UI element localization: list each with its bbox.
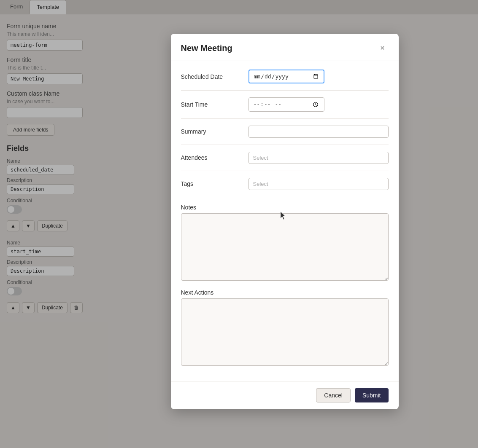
modal-close-button[interactable]: × [377, 42, 389, 54]
new-meeting-modal: New Meeting × Scheduled Date Start Time … [171, 34, 399, 409]
cancel-button[interactable]: Cancel [316, 388, 351, 402]
form-row-attendees: Attendees Select [181, 152, 389, 171]
submit-button[interactable]: Submit [355, 388, 389, 402]
modal-body: Scheduled Date Start Time Summary Attend… [171, 61, 399, 381]
notes-section: Notes [181, 204, 389, 282]
attendees-label: Attendees [181, 154, 248, 161]
scheduled-date-label: Scheduled Date [181, 73, 248, 80]
tags-select[interactable]: Select [248, 178, 389, 190]
attendees-select[interactable]: Select [248, 152, 389, 164]
next-actions-textarea[interactable] [181, 298, 389, 366]
summary-control [248, 126, 389, 138]
start-time-control [248, 97, 389, 112]
next-actions-section: Next Actions [181, 289, 389, 368]
scheduled-date-input[interactable] [248, 70, 324, 83]
form-row-tags: Tags Select [181, 178, 389, 197]
attendees-control: Select [248, 152, 389, 164]
scheduled-date-control [248, 70, 389, 83]
modal-header: New Meeting × [171, 34, 399, 61]
summary-input[interactable] [248, 126, 389, 138]
next-actions-label: Next Actions [181, 289, 389, 296]
form-row-start-time: Start Time [181, 97, 389, 119]
tags-label: Tags [181, 180, 248, 187]
notes-label: Notes [181, 204, 389, 211]
start-time-input[interactable] [248, 97, 324, 112]
modal-footer: Cancel Submit [171, 381, 399, 409]
form-row-summary: Summary [181, 126, 389, 145]
notes-textarea[interactable] [181, 213, 389, 281]
modal-title: New Meeting [181, 43, 232, 53]
start-time-label: Start Time [181, 101, 248, 108]
form-row-scheduled-date: Scheduled Date [181, 70, 389, 91]
summary-label: Summary [181, 128, 248, 135]
tags-control: Select [248, 178, 389, 190]
